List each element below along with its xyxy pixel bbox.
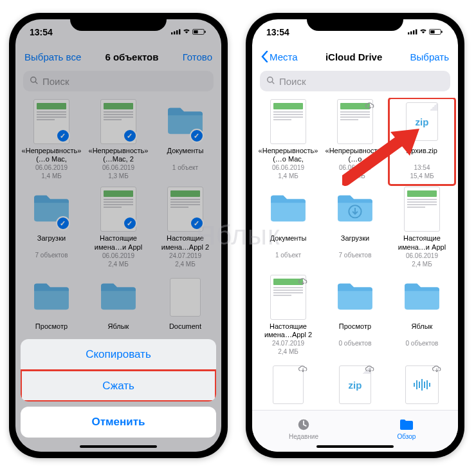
- file-name: Яблык: [391, 322, 453, 339]
- file-item[interactable]: zipАрхив.zip13:5415,4 МБ: [389, 98, 455, 185]
- cancel-action[interactable]: Отменить: [21, 407, 216, 438]
- file-item[interactable]: [389, 361, 455, 407]
- file-item[interactable]: «Непрерывность» (…о Mac,06.06.20191,4 МБ: [255, 98, 322, 185]
- search-input[interactable]: Поиск: [260, 71, 450, 91]
- svg-rect-15: [441, 31, 443, 33]
- copy-action[interactable]: Скопировать: [21, 339, 216, 370]
- action-sheet: Скопировать Сжать Отменить: [15, 339, 221, 452]
- file-item[interactable]: Просмотр0 объектов: [322, 273, 389, 361]
- document-icon: [404, 187, 440, 232]
- folder-icon: [402, 280, 442, 315]
- back-button[interactable]: Места: [261, 51, 298, 62]
- svg-rect-11: [413, 30, 414, 34]
- folder-icon: [335, 280, 375, 315]
- cloud-download-icon: [365, 365, 375, 376]
- file-item[interactable]: Настоящие имена…Appl 224.07.20192,4 МБ: [255, 273, 322, 361]
- cloud-download-icon: [432, 365, 442, 376]
- file-name: Документы: [257, 234, 319, 251]
- file-name: Архив.zip: [391, 147, 453, 163]
- cloud-download-icon: [298, 277, 308, 289]
- folder-icon: [399, 418, 414, 432]
- search-icon: [266, 76, 275, 87]
- phone-right: 13:54 Места iCloud Drive Выбрать Поиск: [246, 13, 464, 458]
- svg-rect-14: [430, 30, 434, 33]
- phone-left: 13:54 Выбрать все 6 объектов Готово Поис…: [9, 13, 228, 458]
- status-icons: [408, 27, 444, 37]
- search-placeholder: Поиск: [279, 76, 306, 87]
- file-meta: 06.06.20191,4 МБ: [257, 163, 319, 180]
- nav-bar: Места iCloud Drive Выбрать: [252, 45, 458, 68]
- zip-icon: zip: [406, 102, 438, 141]
- svg-line-17: [272, 81, 275, 84]
- svg-point-16: [268, 77, 273, 82]
- file-meta: 7 объектов: [324, 251, 386, 259]
- file-name: Загрузки: [324, 234, 386, 251]
- cloud-download-icon: [298, 365, 308, 376]
- file-meta: 24.07.20192,4 МБ: [257, 339, 319, 356]
- file-name: Настоящие имена…и Appl: [391, 234, 453, 251]
- document-icon: [270, 99, 306, 144]
- tab-recents-label: Недавние: [289, 433, 318, 440]
- nav-title: iCloud Drive: [325, 51, 382, 62]
- folder-icon: [268, 192, 308, 226]
- file-item[interactable]: Документы1 объект: [255, 185, 322, 273]
- file-meta: 0 объектов: [324, 339, 386, 347]
- screen-left: 13:54 Выбрать все 6 объектов Готово Поис…: [15, 19, 221, 452]
- home-indicator: [80, 445, 157, 448]
- select-button[interactable]: Выбрать: [410, 51, 449, 62]
- svg-rect-10: [410, 32, 412, 35]
- file-item[interactable]: «Непрерывность» (…о06.06.20191,3 МБ: [322, 98, 389, 185]
- clock-icon: [296, 418, 311, 432]
- file-meta: 1 объект: [257, 251, 319, 259]
- screen-right: 13:54 Места iCloud Drive Выбрать Поиск: [252, 19, 458, 452]
- file-meta: 13:5415,4 МБ: [391, 163, 453, 180]
- file-meta: 0 объектов: [391, 339, 453, 347]
- file-item[interactable]: zip: [322, 361, 389, 407]
- clock: 13:54: [266, 27, 289, 37]
- notch: [70, 13, 167, 31]
- file-item[interactable]: Настоящие имена…и Appl06.06.20192,4 МБ: [389, 185, 455, 273]
- file-item[interactable]: Загрузки7 объектов: [322, 185, 389, 273]
- svg-rect-9: [408, 32, 409, 34]
- file-meta: 06.06.20191,3 МБ: [324, 163, 386, 180]
- chevron-left-icon: [261, 51, 268, 62]
- compress-action[interactable]: Сжать: [21, 370, 216, 402]
- file-grid: «Непрерывность» (…о Mac,06.06.20191,4 МБ…: [252, 98, 458, 407]
- file-name: Настоящие имена…Appl 2: [257, 322, 319, 339]
- svg-rect-12: [416, 30, 417, 35]
- downloads-folder-icon: [335, 192, 375, 226]
- file-name: «Непрерывность» (…о Mac,: [257, 147, 319, 163]
- cloud-download-icon: [365, 102, 375, 113]
- notch: [307, 13, 403, 31]
- back-label: Места: [270, 51, 298, 62]
- file-item[interactable]: Яблык0 объектов: [389, 273, 455, 361]
- file-meta: 06.06.20192,4 МБ: [391, 252, 453, 268]
- file-item[interactable]: [255, 361, 322, 407]
- file-name: Просмотр: [324, 322, 386, 339]
- tab-browse-label: Обзор: [398, 433, 416, 440]
- home-indicator: [316, 445, 394, 448]
- file-name: «Непрерывность» (…о: [324, 147, 386, 163]
